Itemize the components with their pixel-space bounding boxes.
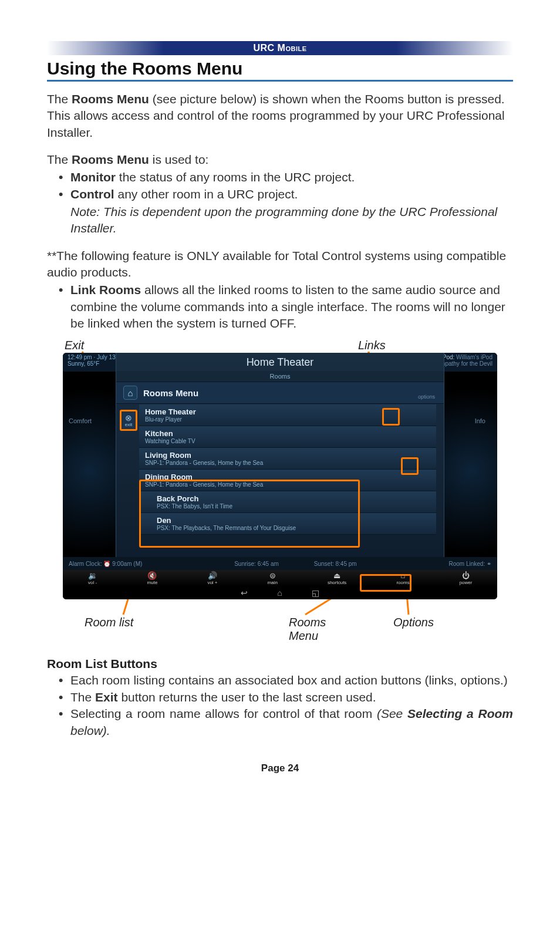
link-rooms-list: Link Rooms allows all the linked rooms t… — [47, 282, 513, 332]
room-list-buttons-heading: Room List Buttons — [47, 657, 513, 671]
value: 6:45 am — [258, 561, 279, 567]
rooms-icon: ⌂ — [401, 572, 406, 579]
side-info[interactable]: Info — [475, 417, 485, 424]
bottom-status: Alarm Clock: ⏰ 9:00am (M) Sunrise: 6:45 … — [63, 557, 497, 570]
tc-note: **The following feature is ONLY availabl… — [47, 248, 513, 281]
callout-rooms-menu: Rooms Menu — [289, 616, 326, 643]
vol-down-button[interactable]: 🔉vol - — [83, 571, 102, 586]
italic: (See — [377, 707, 407, 720]
room-name: Living Room — [145, 451, 430, 460]
text: The — [70, 690, 95, 704]
label: power — [460, 580, 473, 585]
exit-button[interactable]: ⊗ exit — [120, 410, 137, 430]
page-title: Using the Rooms Menu — [47, 59, 513, 82]
text: Each room listing contains an associated… — [70, 673, 508, 687]
value: William's iPod — [456, 354, 492, 360]
exit-label: exit — [125, 422, 132, 427]
bold: Exit — [95, 690, 118, 704]
shortcuts-button[interactable]: ⏏shortcuts — [323, 571, 351, 586]
label: vol + — [207, 580, 217, 585]
device-screenshot: 12:49 pm · July 13, 2011 Sunny, 65°F iPo… — [63, 353, 497, 599]
room-row[interactable]: Back Porch PSX: The Babys, Isn't it Time… — [139, 491, 436, 513]
shortcuts-icon: ⏏ — [333, 572, 340, 579]
room-name: Kitchen — [145, 429, 430, 438]
menu-header-label: Rooms Menu — [143, 388, 198, 398]
text: any other room in a URC project. — [114, 187, 298, 201]
back-icon[interactable]: ↩ — [241, 588, 248, 598]
room-name: Den — [157, 516, 430, 525]
room-row[interactable]: Kitchen Watching Cable TV ▶ — [139, 426, 436, 448]
text: The — [47, 153, 72, 166]
room-row[interactable]: Home Theater Blu-ray Player ⚭ ▶ — [139, 404, 436, 426]
bold: Rooms Menu — [72, 92, 149, 106]
power-button[interactable]: ⏻power — [455, 571, 477, 586]
label: rooms — [396, 580, 409, 585]
callout-room-list: Room list — [85, 616, 133, 629]
room-detail: SNP-1: Pandora - Genesis, Home by the Se… — [145, 481, 430, 488]
bg-panel-left — [63, 372, 116, 570]
room-row[interactable]: Living Room SNP-1: Pandora - Genesis, Ho… — [139, 448, 436, 470]
room-detail: PSX: The Babys, Isn't it Time — [157, 503, 430, 510]
value: 8:45 pm — [336, 561, 357, 567]
mute-button[interactable]: 🔇mute — [143, 571, 163, 586]
room-title: Home Theater — [116, 353, 444, 369]
side-comfort[interactable]: Comfort — [69, 417, 92, 424]
screenshot-figure: Exit Links Room list Rooms Menu Options … — [47, 340, 513, 645]
text: button returns the user to the last scre… — [118, 690, 376, 704]
callout-options: Options — [393, 616, 434, 629]
home-nav-icon[interactable]: ⌂ — [277, 588, 282, 598]
header-bar: URC Mobile — [47, 41, 513, 55]
room-list-buttons-list: Each room listing contains an associated… — [47, 672, 513, 738]
power-icon: ⏻ — [462, 572, 470, 579]
room-linked: Room Linked: ⚭ — [449, 561, 491, 567]
room-row[interactable]: Den PSX: The Playbacks, The Remnants of … — [139, 513, 436, 535]
room-row[interactable]: Dining Room SNP-1: Pandora - Genesis, Ho… — [139, 470, 436, 491]
home-icon[interactable]: ⌂ — [123, 386, 137, 400]
room-name: Back Porch — [157, 494, 430, 503]
room-name: Dining Room — [145, 473, 430, 481]
main-icon: ⊜ — [269, 572, 276, 579]
options-label: options — [418, 394, 435, 400]
label: mute — [147, 580, 158, 585]
italic: below). — [70, 724, 110, 737]
used-to-list: Monitor the status of any rooms in the U… — [47, 169, 513, 203]
page-number: Page 24 — [47, 763, 513, 774]
main-button[interactable]: ⊜main — [263, 571, 282, 586]
room-detail: Blu-ray Player — [145, 416, 430, 423]
room-detail: Watching Cable TV — [145, 438, 430, 444]
used-to-lead: The Rooms Menu is used to: — [47, 151, 513, 168]
text: is used to: — [149, 153, 209, 166]
callout-exit: Exit — [65, 339, 84, 352]
label: shortcuts — [328, 580, 346, 585]
bold: Rooms Menu — [72, 153, 149, 166]
label: vol - — [88, 580, 97, 585]
text: the status of any rooms in the URC proje… — [116, 170, 355, 184]
volume-up-icon: 🔊 — [208, 572, 217, 579]
rooms-menu-header: ⌂ Rooms Menu — [116, 382, 444, 404]
bold: Link Rooms — [70, 283, 141, 296]
callout-links: Links — [358, 339, 386, 352]
label: Sunset: — [314, 561, 334, 567]
room-name: Home Theater — [145, 407, 430, 416]
text: The — [47, 92, 72, 106]
toolbar: 🔉vol - 🔇mute 🔊vol + ⊜main ⏏shortcuts ⌂ro… — [63, 570, 497, 586]
volume-down-icon: 🔉 — [88, 572, 97, 579]
room-list: Home Theater Blu-ray Player ⚭ ▶ Kitchen … — [139, 404, 436, 554]
recent-apps-icon[interactable]: ◱ — [312, 588, 319, 598]
rooms-button[interactable]: ⌂rooms — [392, 571, 414, 586]
bg-panel-right — [444, 372, 497, 570]
close-icon: ⊗ — [125, 414, 132, 422]
android-nav: ↩ ⌂ ◱ — [63, 586, 497, 599]
mute-icon: 🔇 — [147, 572, 157, 579]
label: Sunrise: — [234, 561, 256, 567]
room-subtitle: Rooms — [116, 371, 444, 382]
intro-paragraph: The Rooms Menu (see picture below) is sh… — [47, 91, 513, 141]
bold: Control — [70, 187, 114, 201]
room-detail: PSX: The Playbacks, The Remnants of Your… — [157, 525, 430, 531]
bold-italic: Selecting a Room — [407, 707, 513, 720]
label: main — [268, 580, 278, 585]
alarm-clock: Alarm Clock: ⏰ 9:00am (M) — [69, 561, 142, 567]
text: Selecting a room name allows for control… — [70, 707, 377, 720]
vol-up-button[interactable]: 🔊vol + — [203, 571, 222, 586]
note: Note: This is dependent upon the program… — [47, 204, 513, 237]
